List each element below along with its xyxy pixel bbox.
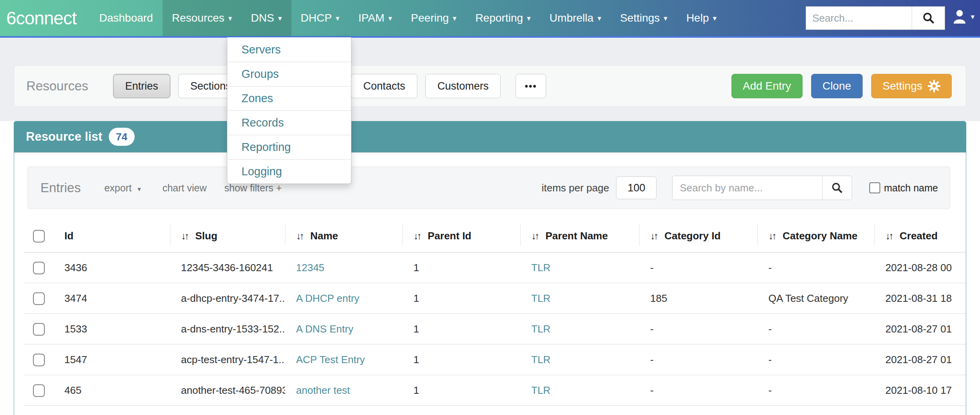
entry-name-link[interactable]: 12345: [296, 262, 324, 274]
column-label: Slug: [195, 230, 217, 242]
items-per-page-input[interactable]: [616, 176, 656, 199]
nav-item-reporting[interactable]: Reporting ▾: [466, 0, 540, 36]
export-dropdown[interactable]: export ▾: [104, 182, 141, 194]
name-search: [672, 176, 852, 200]
column-label: Name: [310, 230, 338, 242]
brand-logo[interactable]: 6connect: [0, 0, 90, 36]
entry-name-link[interactable]: A DHCP entry: [296, 292, 359, 304]
cell-category-id: -: [639, 344, 757, 375]
chevron-down-icon: ▾: [278, 14, 282, 23]
chevron-down-icon: ▾: [598, 14, 602, 23]
entry-name-link[interactable]: A DNS Entry: [296, 323, 353, 335]
cell-id: 465: [64, 375, 170, 406]
column-label: Id: [64, 230, 73, 242]
nav-item-resources[interactable]: Resources ▾: [163, 0, 241, 36]
table-row: 1547 acp-test-entry-1547-1... ACP Test E…: [24, 344, 966, 375]
column-header-parent-name[interactable]: ↓↑ Parent Name: [520, 220, 639, 252]
nav-item-help[interactable]: Help ▾: [677, 0, 726, 36]
parent-name-link[interactable]: TLR: [531, 384, 550, 396]
menu-item-groups[interactable]: Groups: [227, 62, 351, 86]
nav-item-dashboard[interactable]: Dashboard: [90, 0, 163, 36]
nav-item-peering[interactable]: Peering ▾: [402, 0, 466, 36]
match-name-label: match name: [884, 182, 938, 194]
select-all-checkbox[interactable]: [33, 230, 45, 242]
nav-item-label: Dashboard: [99, 12, 153, 24]
column-header-category-id[interactable]: ↓↑ Category Id: [639, 220, 757, 252]
clone-button[interactable]: Clone: [811, 74, 863, 98]
name-search-button[interactable]: [822, 176, 852, 200]
global-search-input[interactable]: [806, 7, 912, 29]
nav-item-label: DNS: [251, 12, 274, 24]
sort-icon: ↓↑: [768, 230, 775, 241]
menu-item-reporting[interactable]: Reporting: [227, 135, 351, 159]
add-entry-button[interactable]: Add Entry: [731, 74, 803, 98]
nav-item-label: Settings: [620, 12, 660, 24]
column-header-created[interactable]: ↓↑ Created: [874, 220, 966, 252]
sort-icon: ↓↑: [885, 230, 892, 241]
user-icon: [953, 9, 967, 24]
nav-item-ipam[interactable]: IPAM ▾: [349, 0, 402, 36]
name-search-input[interactable]: [673, 176, 822, 200]
row-checkbox[interactable]: [33, 262, 45, 274]
settings-label: Settings: [883, 80, 922, 92]
cell-id: 1533: [64, 314, 170, 344]
nav-item-dhcp[interactable]: DHCP ▾: [291, 0, 349, 36]
dns-dropdown-menu: Servers Groups Zones Records Reporting L…: [227, 37, 351, 184]
cell-category-name: -: [757, 314, 874, 344]
tab-customers[interactable]: Customers: [425, 74, 501, 98]
parent-name-link[interactable]: TLR: [531, 262, 550, 274]
cell-created: 2021-08-27 01: [874, 314, 966, 344]
sort-icon: ↓↑: [413, 230, 420, 241]
column-label: Created: [900, 230, 938, 242]
chevron-down-icon: ▾: [336, 14, 340, 23]
column-label: Category Id: [664, 230, 720, 242]
table-row: 3436 12345-3436-160241 12345 1 TLR - - 2…: [24, 252, 966, 283]
row-checkbox[interactable]: [33, 323, 45, 336]
settings-button[interactable]: Settings: [871, 74, 952, 98]
cell-id: 1547: [64, 344, 170, 375]
chevron-down-icon: ▾: [664, 14, 667, 23]
resource-list-title: Resource list: [26, 130, 102, 144]
parent-name-link[interactable]: TLR: [531, 354, 550, 365]
cell-slug: a-dns-entry-1533-152...: [170, 314, 285, 344]
tab-entries[interactable]: Entries: [113, 74, 170, 98]
table-row: 1533 a-dns-entry-1533-152... A DNS Entry…: [24, 314, 966, 344]
nav-item-umbrella[interactable]: Umbrella ▾: [540, 0, 611, 36]
row-checkbox[interactable]: [33, 354, 45, 366]
column-label: Parent Id: [428, 230, 471, 242]
cell-category-id: 185: [639, 283, 757, 314]
menu-item-records[interactable]: Records: [227, 110, 351, 135]
add-entry-label: Add Entry: [743, 80, 791, 92]
user-menu[interactable]: ▾: [953, 9, 975, 24]
menu-item-zones[interactable]: Zones: [227, 86, 351, 110]
parent-name-link[interactable]: TLR: [531, 292, 550, 304]
nav-item-settings[interactable]: Settings ▾: [611, 0, 677, 36]
search-icon: [831, 182, 843, 194]
more-tabs-button[interactable]: •••: [516, 74, 546, 98]
column-header-name[interactable]: ↓↑ Name: [285, 220, 402, 252]
nav-item-label: DHCP: [301, 12, 332, 24]
row-checkbox[interactable]: [33, 384, 45, 397]
chart-view-link[interactable]: chart view: [163, 182, 207, 194]
sort-icon: ↓↑: [296, 230, 303, 241]
entries-table: Id ↓↑ Slug ↓↑ Name ↓↑ Parent Id ↓↑ Paren…: [24, 220, 966, 415]
chevron-down-icon: ▾: [971, 12, 975, 21]
column-header-parent-id[interactable]: ↓↑ Parent Id: [402, 220, 520, 252]
match-name-checkbox[interactable]: [869, 182, 880, 193]
cell-parent-id: 1: [402, 252, 520, 283]
cell-category-name: -: [757, 252, 874, 283]
column-header-slug[interactable]: ↓↑ Slug: [170, 220, 285, 252]
column-label: Parent Name: [545, 230, 608, 242]
parent-name-link[interactable]: TLR: [531, 323, 550, 335]
entry-name-link[interactable]: another test: [296, 384, 350, 396]
tab-contacts[interactable]: Contacts: [351, 74, 417, 98]
menu-item-servers[interactable]: Servers: [227, 37, 351, 62]
menu-item-logging[interactable]: Logging: [227, 159, 351, 184]
nav-item-dns[interactable]: DNS ▾: [241, 0, 291, 36]
global-search-button[interactable]: [912, 7, 945, 29]
row-checkbox[interactable]: [33, 292, 45, 305]
entry-name-link[interactable]: ACP Test Entry: [296, 354, 365, 365]
cell-slug: a-dhcp-entry-3474-17...: [170, 283, 285, 314]
resources-header-panel: Resources Entries Sections Contacts Cust…: [14, 65, 966, 107]
column-header-category-name[interactable]: ↓↑ Category Name: [757, 220, 874, 252]
